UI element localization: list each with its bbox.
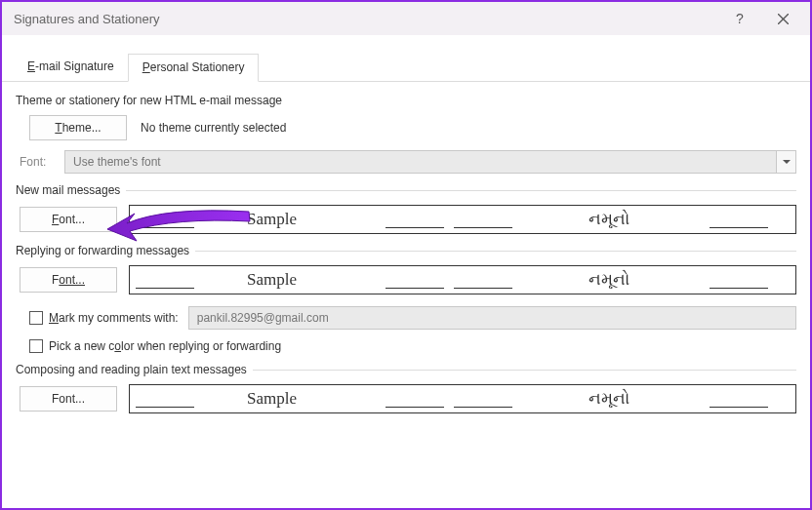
- tab-strip: E-mail Signature Personal Stationery: [2, 35, 810, 82]
- reply-heading: Replying or forwarding messages: [16, 244, 796, 257]
- sample-english: Sample: [247, 389, 297, 409]
- tab-content: Theme or stationery for new HTML e-mail …: [2, 82, 810, 423]
- chevron-down-icon: [776, 151, 795, 173]
- sample-english: Sample: [247, 210, 297, 229]
- close-icon: [778, 14, 789, 24]
- sample-alt: નમૂનો: [589, 389, 629, 409]
- theme-heading: Theme or stationery for new HTML e-mail …: [16, 94, 796, 107]
- theme-font-value: Use theme's font: [73, 155, 161, 169]
- theme-font-select[interactable]: Use theme's font: [64, 150, 796, 174]
- plain-font-preview: Sample નમૂનો: [129, 384, 796, 413]
- checkbox-icon: [29, 311, 43, 325]
- font-label: Font:: [20, 155, 57, 169]
- sample-alt: નમૂનો: [589, 270, 629, 290]
- reply-font-button[interactable]: Font...: [20, 267, 117, 293]
- new-mail-font-preview: Sample નમૂનો: [129, 205, 796, 234]
- new-mail-heading: New mail messages: [16, 183, 796, 197]
- sample-alt: નમૂનો: [589, 210, 629, 229]
- tab-personal-stationery[interactable]: Personal Stationery: [128, 54, 260, 82]
- tab-email-signature[interactable]: E-mail Signature: [14, 54, 128, 82]
- window-title: Signatures and Stationery: [14, 12, 718, 26]
- checkbox-icon: [29, 339, 43, 353]
- titlebar: Signatures and Stationery ?: [2, 2, 810, 35]
- close-button[interactable]: [761, 5, 804, 32]
- theme-button[interactable]: Theme...: [29, 115, 127, 140]
- pick-new-color-checkbox[interactable]: Pick a new color when replying or forwar…: [29, 339, 281, 353]
- signatures-stationery-dialog: Signatures and Stationery ? E-mail Signa…: [0, 0, 812, 510]
- sample-english: Sample: [247, 270, 297, 290]
- mark-comments-field[interactable]: pankil.82995@gmail.com: [188, 306, 796, 330]
- plain-heading: Composing and reading plain text message…: [16, 363, 796, 376]
- mark-comments-checkbox[interactable]: Mark my comments with:: [29, 311, 179, 325]
- theme-status: No theme currently selected: [141, 121, 286, 135]
- new-mail-font-button[interactable]: Font...: [20, 207, 117, 232]
- help-button[interactable]: ?: [718, 5, 761, 32]
- plain-font-button[interactable]: Font...: [20, 386, 117, 412]
- reply-font-preview: Sample નમૂનો: [129, 265, 796, 294]
